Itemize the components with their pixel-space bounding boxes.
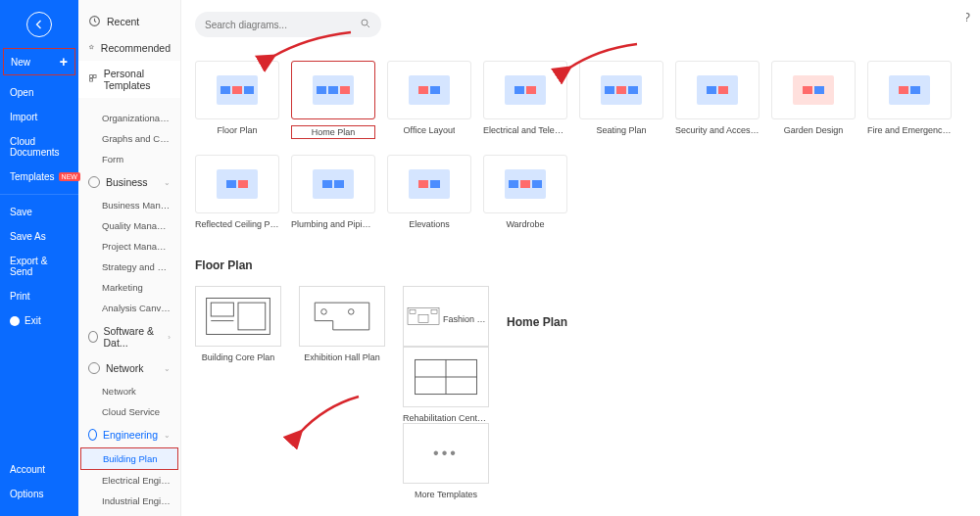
new-badge: NEW (59, 172, 80, 181)
subcat-organizational-chart[interactable]: Organizational Chart (78, 108, 180, 128)
tile-electrical-telecom[interactable]: Electrical and Telecom... (483, 61, 567, 139)
tile-label: Fire and Emergency Pl... (867, 125, 952, 135)
tile-seating-plan[interactable]: Seating Plan (579, 61, 663, 139)
category-software[interactable]: Software & Dat... › (78, 318, 180, 355)
subcat-marketing[interactable]: Marketing (78, 277, 180, 298)
section-home-plan-title: Home Plan (507, 315, 567, 499)
cat-label: Engineering (103, 429, 158, 441)
tmpl-thumb: Fashion Shop Layout (403, 286, 489, 347)
back-button[interactable] (26, 12, 52, 37)
subcat-strategy-planning[interactable]: Strategy and Planni... (78, 257, 180, 277)
plan-category-row-1: Floor Plan Home Plan Office Layout Elect… (195, 61, 966, 139)
subcat-business-management[interactable]: Business Managem... (78, 195, 180, 215)
template-exhibition-hall[interactable]: Exhibition Hall Plan (299, 286, 385, 499)
tile-label: Office Layout (404, 125, 456, 135)
tile-thumb (387, 155, 471, 213)
exit-icon (10, 316, 20, 326)
section-floor-plan-title: Floor Plan (195, 258, 966, 272)
category-recommended[interactable]: Recommended (78, 34, 180, 61)
cloud-documents-button[interactable]: Cloud Documents (0, 129, 78, 164)
tile-thumb (387, 61, 471, 119)
templates-label: Templates (10, 171, 55, 182)
tile-plumbing-piping[interactable]: Plumbing and Piping ... (291, 155, 375, 229)
export-send-button[interactable]: Export & Send (0, 249, 78, 284)
tile-garden-design[interactable]: Garden Design (771, 61, 856, 139)
tile-thumb (483, 61, 567, 119)
template-rehab-center[interactable]: Rehabilitation Center Floor Pl... (403, 347, 489, 423)
svg-rect-1 (90, 74, 93, 77)
svg-rect-2 (93, 74, 96, 77)
tile-label: Garden Design (784, 125, 844, 135)
subcat-electrical-engineering[interactable]: Electrical Engineering (78, 470, 180, 491)
tmpl-label: Fashion Shop Layout (443, 314, 488, 324)
svg-rect-12 (410, 309, 416, 313)
tile-elevations[interactable]: Elevations (387, 155, 471, 229)
options-button[interactable]: Options (0, 482, 78, 506)
svg-point-4 (362, 20, 368, 25)
tile-office-layout[interactable]: Office Layout (387, 61, 471, 139)
tmpl-label: Rehabilitation Center Floor Pl... (403, 413, 489, 423)
subcat-industrial-engineering[interactable]: Industrial Engineeri... (78, 491, 180, 511)
subcat-form[interactable]: Form (78, 149, 180, 169)
tile-home-plan[interactable]: Home Plan (291, 61, 375, 139)
search-box[interactable] (195, 12, 381, 37)
save-button[interactable]: Save (0, 200, 78, 224)
subcat-quality-management[interactable]: Quality Management (78, 215, 180, 236)
subcat-building-plan[interactable]: Building Plan (80, 447, 178, 470)
tile-thumb (291, 61, 375, 119)
subcat-analysis-canvas[interactable]: Analysis Canvas (78, 298, 180, 318)
floor-plan-templates: Building Core Plan Exhibition Hall Plan … (195, 286, 966, 516)
engineering-icon (88, 429, 97, 441)
network-icon (88, 362, 100, 374)
template-fashion-shop[interactable]: Fashion Shop Layout Rehabilitation Cente… (403, 286, 489, 499)
category-personal-templates[interactable]: Personal Templates (78, 61, 180, 98)
tile-thumb (291, 155, 375, 213)
exit-button[interactable]: Exit (0, 308, 78, 333)
template-more[interactable]: ••• More Templates (403, 423, 489, 499)
template-building-core[interactable]: Building Core Plan (195, 286, 281, 499)
subcat-graphs-charts[interactable]: Graphs and Charts (78, 128, 180, 149)
svg-rect-13 (431, 309, 437, 313)
tmpl-label: Exhibition Hall Plan (299, 352, 385, 362)
chevron-right-icon: › (168, 333, 171, 342)
tile-thumb (195, 61, 279, 119)
tile-fire-emergency[interactable]: Fire and Emergency Pl... (867, 61, 952, 139)
category-network[interactable]: Network ⌄ (78, 355, 180, 381)
print-button[interactable]: Print (0, 284, 78, 308)
import-button[interactable]: Import (0, 105, 78, 129)
tile-thumb (771, 61, 856, 119)
new-button[interactable]: New + (3, 48, 75, 75)
category-recent[interactable]: Recent (78, 8, 180, 34)
category-business[interactable]: Business ⌄ (78, 169, 180, 195)
tile-security-access[interactable]: Security and Access Pl... (675, 61, 760, 139)
tile-label: Elevations (409, 219, 450, 229)
tmpl-label: More Templates (403, 490, 489, 499)
search-input[interactable] (205, 20, 360, 30)
tile-floor-plan[interactable]: Floor Plan (195, 61, 279, 139)
tile-label: Plumbing and Piping ... (291, 219, 375, 229)
tile-label: Security and Access Pl... (675, 125, 760, 135)
cat-label: Recent (107, 16, 139, 27)
templates-button[interactable]: Templates NEW (0, 164, 78, 189)
subcat-network[interactable]: Network (78, 381, 180, 401)
svg-rect-11 (408, 307, 439, 324)
tile-reflected-ceiling[interactable]: Reflected Ceiling Plan (195, 155, 279, 229)
cat-label: Software & Dat... (104, 325, 163, 349)
category-engineering[interactable]: Engineering ⌄ (78, 422, 180, 447)
clock-icon (88, 15, 101, 27)
search-icon (360, 16, 371, 33)
tile-wardrobe[interactable]: Wardrobe (483, 155, 567, 229)
svg-point-10 (348, 309, 354, 315)
subcat-cloud-service[interactable]: Cloud Service (78, 401, 180, 422)
open-button[interactable]: Open (0, 80, 78, 105)
divider (0, 194, 78, 195)
cat-label: Personal Templates (104, 68, 171, 91)
exit-label: Exit (24, 315, 41, 326)
templates-icon (88, 73, 98, 86)
subcat-project-management[interactable]: Project Management (78, 236, 180, 257)
tile-thumb (483, 155, 567, 213)
subcat-map[interactable]: Map (78, 511, 180, 516)
plan-category-row-2: Reflected Ceiling Plan Plumbing and Pipi… (195, 155, 966, 229)
account-button[interactable]: Account (0, 457, 78, 482)
save-as-button[interactable]: Save As (0, 224, 78, 249)
